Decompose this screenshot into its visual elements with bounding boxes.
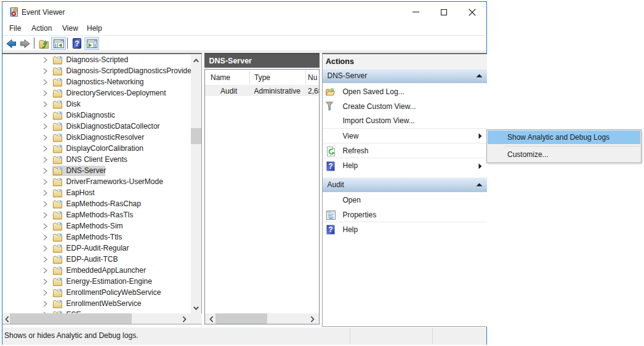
svg-text:?: ?: [74, 39, 79, 48]
svg-text:?: ?: [328, 162, 332, 171]
svg-text:?: ?: [328, 225, 332, 234]
